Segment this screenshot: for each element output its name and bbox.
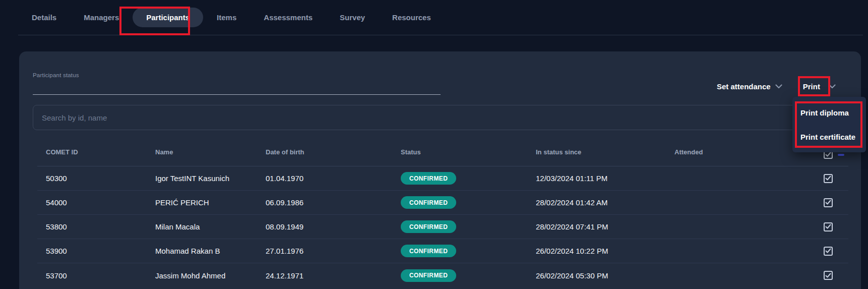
checkmark-icon: [825, 176, 831, 181]
table-body: 50300 Igor TestINT Kasunich 01.04.1970 C…: [37, 166, 848, 287]
row-checkbox[interactable]: [824, 222, 833, 232]
row-checkbox[interactable]: [824, 198, 833, 207]
indigo-dash-indicator: [838, 154, 844, 156]
tab-resources[interactable]: Resources: [379, 8, 445, 27]
table-row[interactable]: 50300 Igor TestINT Kasunich 01.04.1970 C…: [37, 166, 848, 191]
cell-select: [815, 198, 848, 207]
cell-in-status-since: 26/02/2024 10:22 PM: [527, 247, 666, 255]
column-header-comet-id[interactable]: COMET ID: [37, 148, 147, 166]
checkmark-icon: [825, 152, 831, 157]
checkmark-icon: [825, 200, 831, 205]
column-header-status[interactable]: Status: [392, 148, 527, 166]
participant-status-label: Participant status: [33, 72, 79, 78]
cell-dob: 24.12.1971: [257, 271, 392, 280]
set-attendance-button[interactable]: Set attendance: [717, 82, 782, 91]
cell-in-status-since: 26/02/2024 05:30 PM: [527, 271, 666, 280]
cell-dob: 06.09.1986: [257, 198, 392, 207]
print-label: Print: [803, 82, 820, 91]
cell-dob: 27.01.1976: [257, 247, 392, 255]
tab-managers[interactable]: Managers: [70, 8, 133, 27]
cell-comet-id: 53900: [37, 247, 147, 255]
print-menu: Print diploma Print certificate: [792, 97, 866, 152]
table-header: COMET ID Name Date of birth Status In st…: [37, 127, 848, 166]
toolbar: Set attendance Print: [717, 80, 836, 93]
column-header-dob[interactable]: Date of birth: [257, 148, 392, 166]
status-badge: CONFIRMED: [401, 220, 456, 233]
cell-select: [815, 174, 848, 183]
row-checkbox[interactable]: [824, 174, 833, 183]
menu-item-print-diploma[interactable]: Print diploma: [792, 100, 866, 125]
cell-status: CONFIRMED: [392, 196, 527, 209]
cell-dob: 08.09.1949: [257, 222, 392, 231]
tab-participants[interactable]: Participants: [133, 8, 203, 27]
column-header-name[interactable]: Name: [147, 148, 257, 166]
cell-select: [815, 222, 848, 232]
cell-dob: 01.04.1970: [257, 174, 392, 183]
cell-status: CONFIRMED: [392, 245, 527, 257]
cell-select: [815, 271, 848, 280]
participant-status-select[interactable]: [33, 82, 441, 95]
table-row[interactable]: 53800 Milan Macala 08.09.1949 CONFIRMED …: [37, 215, 848, 239]
cell-comet-id: 50300: [37, 174, 147, 183]
cell-name: Milan Macala: [147, 222, 257, 231]
cell-select: [815, 247, 848, 256]
tab-assessments[interactable]: Assessments: [250, 8, 326, 27]
status-badge: CONFIRMED: [401, 196, 456, 209]
checkmark-icon: [825, 248, 831, 254]
status-badge: CONFIRMED: [401, 245, 456, 257]
tab-items[interactable]: Items: [203, 8, 250, 27]
checkmark-icon: [825, 273, 831, 278]
status-badge: CONFIRMED: [401, 269, 456, 282]
tab-survey[interactable]: Survey: [326, 8, 379, 27]
chevron-down-icon: [829, 84, 836, 89]
cell-name: PERIĆ PERICH: [147, 198, 257, 207]
table-row[interactable]: 53900 Mohamad Rakan B 27.01.1976 CONFIRM…: [37, 239, 848, 263]
tab-bar: Details Managers Participants Items Asse…: [18, 0, 863, 35]
cell-name: Igor TestINT Kasunich: [147, 174, 257, 183]
cell-name: Mohamad Rakan B: [147, 247, 257, 255]
row-checkbox[interactable]: [824, 271, 833, 280]
row-checkbox[interactable]: [824, 247, 833, 256]
cell-status: CONFIRMED: [392, 220, 527, 233]
set-attendance-label: Set attendance: [717, 82, 771, 91]
participants-table: COMET ID Name Date of birth Status In st…: [37, 127, 848, 287]
cell-status: CONFIRMED: [392, 172, 527, 185]
cell-comet-id: 53700: [37, 271, 147, 280]
menu-item-print-certificate[interactable]: Print certificate: [792, 125, 866, 149]
cell-in-status-since: 12/03/2024 01:11 PM: [527, 174, 666, 183]
cell-name: Jassim Mohd Ahmed: [147, 271, 257, 280]
cell-in-status-since: 28/02/2024 07:41 PM: [527, 222, 666, 231]
print-button[interactable]: Print: [803, 82, 836, 91]
status-badge: CONFIRMED: [401, 172, 456, 185]
cell-in-status-since: 28/02/2024 01:42 AM: [527, 198, 666, 207]
tab-details[interactable]: Details: [18, 8, 70, 27]
cell-comet-id: 53800: [37, 222, 147, 231]
table-row[interactable]: 53700 Jassim Mohd Ahmed 24.12.1971 CONFI…: [37, 263, 848, 287]
column-header-in-status-since[interactable]: In status since: [527, 148, 666, 166]
cell-comet-id: 54000: [37, 198, 147, 207]
search-input[interactable]: [33, 105, 855, 130]
chevron-down-icon: [775, 84, 782, 89]
participants-panel: Participant status Set attendance Print …: [19, 51, 861, 289]
cell-status: CONFIRMED: [392, 269, 527, 282]
checkmark-icon: [825, 224, 831, 229]
table-row[interactable]: 54000 PERIĆ PERICH 06.09.1986 CONFIRMED …: [37, 191, 848, 215]
